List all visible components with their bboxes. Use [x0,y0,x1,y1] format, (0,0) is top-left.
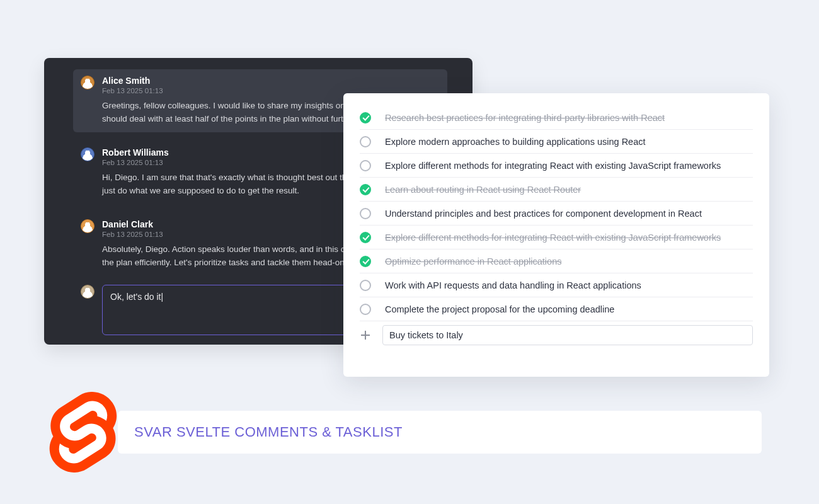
avatar [81,76,94,89]
task-text: Complete the project proposal for the up… [385,304,614,314]
task-text: Understand principles and best practices… [385,209,702,219]
task-checkbox[interactable] [360,208,371,219]
task-checkbox[interactable] [360,256,371,267]
task-row: Explore modern approaches to building ap… [360,130,753,154]
svelte-logo-icon [49,392,117,472]
comment-author: Alice Smith [102,76,440,86]
task-checkbox[interactable] [360,112,371,123]
task-row: Optimize performance in React applicatio… [360,249,753,273]
task-checkbox[interactable] [360,280,371,291]
task-row: Research best practices for integrating … [360,106,753,130]
task-checkbox[interactable] [360,184,371,195]
task-row: Understand principles and best practices… [360,202,753,226]
task-text: Work with API requests and data handling… [385,280,641,290]
avatar [81,285,94,299]
task-row: Explore different methods for integratin… [360,154,753,178]
task-text: Optimize performance in React applicatio… [385,256,561,266]
task-text: Explore modern approaches to building ap… [385,137,646,147]
task-row: Complete the project proposal for the up… [360,297,753,321]
banner-title: SVAR SVELTE COMMENTS & TASKLIST [134,424,403,440]
avatar [81,219,94,233]
plus-icon[interactable] [360,329,371,341]
task-checkbox[interactable] [360,136,371,147]
task-checkbox[interactable] [360,160,371,171]
task-text: Explore different methods for integratin… [385,161,721,171]
avatar [81,147,94,161]
task-checkbox[interactable] [360,304,371,315]
task-row: Work with API requests and data handling… [360,273,753,297]
task-checkbox[interactable] [360,232,371,243]
task-row: Explore different methods for integratin… [360,226,753,249]
add-task-row [360,325,753,345]
new-task-input[interactable] [382,325,753,345]
task-text: Research best practices for integrating … [385,113,665,123]
task-row: Learn about routing in React using React… [360,178,753,202]
task-text: Learn about routing in React using React… [385,185,581,195]
task-panel: Research best practices for integrating … [343,93,769,377]
banner: SVAR SVELTE COMMENTS & TASKLIST [118,411,762,454]
task-text: Explore different methods for integratin… [385,232,721,243]
